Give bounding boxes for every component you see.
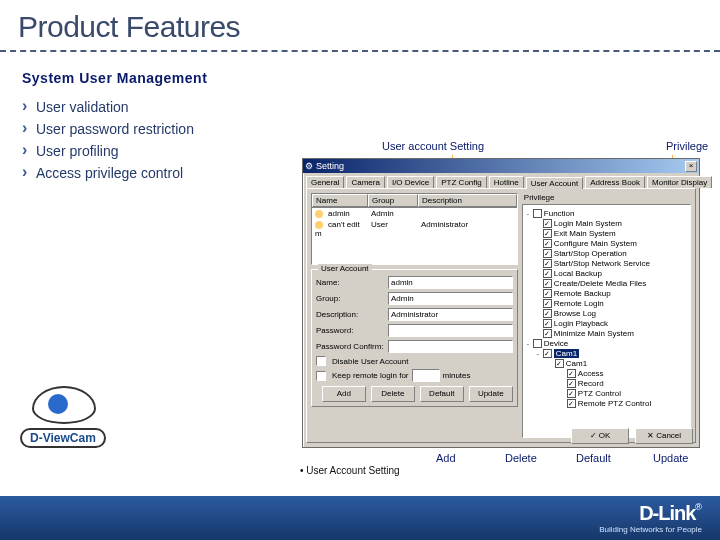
tree-node[interactable]: ✓PTZ Control xyxy=(525,388,688,398)
checkbox-icon[interactable]: ✓ xyxy=(543,309,552,318)
tab-strip: General Camera I/O Device PTZ Config Hot… xyxy=(303,173,699,188)
checkbox-icon[interactable]: ✓ xyxy=(543,269,552,278)
disable-user-checkbox[interactable] xyxy=(316,356,326,366)
checkbox-icon[interactable]: ✓ xyxy=(543,249,552,258)
tree-node[interactable]: ✓Configure Main System xyxy=(525,238,688,248)
checkbox-icon[interactable]: ✓ xyxy=(567,399,576,408)
tab-monitor-display[interactable]: Monitor Display xyxy=(647,176,712,188)
footer-bar: D-Link® Building Networks for People xyxy=(0,496,720,540)
tree-node[interactable]: ✓Start/Stop Operation xyxy=(525,248,688,258)
expand-icon[interactable]: - xyxy=(525,209,531,218)
checkbox-icon[interactable]: ✓ xyxy=(543,229,552,238)
callout-delete: Delete xyxy=(505,452,537,464)
tab-address-book[interactable]: Address Book xyxy=(585,176,645,188)
privilege-tree[interactable]: -Function✓Login Main System✓Exit Main Sy… xyxy=(522,204,691,438)
tree-node[interactable]: ✓Browse Log xyxy=(525,308,688,318)
tree-node[interactable]: ✓Create/Delete Media Files xyxy=(525,278,688,288)
group-legend: User Account xyxy=(318,264,372,273)
tree-node[interactable]: ✓Record xyxy=(525,378,688,388)
tree-node[interactable]: ✓Exit Main System xyxy=(525,228,688,238)
keep-login-checkbox[interactable] xyxy=(316,371,326,381)
registered-icon: ® xyxy=(695,502,702,512)
callout-add: Add xyxy=(436,452,456,464)
checkbox-icon[interactable]: ✓ xyxy=(543,299,552,308)
tab-ptz-config[interactable]: PTZ Config xyxy=(436,176,486,188)
checkbox-icon[interactable]: ✓ xyxy=(567,369,576,378)
checkbox-icon[interactable]: ✓ xyxy=(567,389,576,398)
checkbox-icon[interactable]: ✓ xyxy=(543,259,552,268)
expand-icon[interactable]: - xyxy=(535,349,541,358)
checkbox-icon[interactable]: ✓ xyxy=(543,329,552,338)
tab-hotline[interactable]: Hotline xyxy=(489,176,524,188)
column-header-group[interactable]: Group xyxy=(368,194,418,207)
update-button[interactable]: Update xyxy=(469,386,513,402)
keep-login-minutes-field[interactable] xyxy=(412,369,440,382)
tree-node-label: Cam1 xyxy=(554,349,579,358)
list-item: User password restriction xyxy=(22,118,720,140)
description-field[interactable]: Administrator xyxy=(388,308,513,321)
tree-node[interactable]: ✓Login Playback xyxy=(525,318,688,328)
tree-node[interactable]: -Function xyxy=(525,208,688,218)
tree-node[interactable]: ✓Minimize Main System xyxy=(525,328,688,338)
cell xyxy=(418,208,517,219)
column-header-name[interactable]: Name xyxy=(312,194,368,207)
cancel-button[interactable]: ✕ Cancel xyxy=(635,428,693,444)
tree-node[interactable]: ✓Remote Login xyxy=(525,298,688,308)
delete-button[interactable]: Delete xyxy=(371,386,415,402)
tab-io-device[interactable]: I/O Device xyxy=(387,176,434,188)
table-row[interactable]: admin Admin xyxy=(312,208,517,219)
tree-node[interactable]: ✓Remote Backup xyxy=(525,288,688,298)
tree-node[interactable]: ✓Cam1 xyxy=(525,358,688,368)
keep-login-label: Keep remote login for xyxy=(332,371,409,380)
close-icon[interactable]: × xyxy=(685,161,697,172)
checkbox-icon[interactable] xyxy=(533,209,542,218)
tab-general[interactable]: General xyxy=(306,176,344,188)
tree-node[interactable]: -✓Cam1 xyxy=(525,348,688,358)
tree-node[interactable]: ✓Remote PTZ Control xyxy=(525,398,688,408)
tree-node[interactable]: ✓Login Main System xyxy=(525,218,688,228)
check-icon: ✓ xyxy=(590,431,597,440)
table-row[interactable]: can't edit m User Administrator xyxy=(312,219,517,239)
tree-node-label: Start/Stop Network Service xyxy=(554,259,650,268)
checkbox-icon[interactable]: ✓ xyxy=(567,379,576,388)
tab-pane: Name Group Description admin Admin can't… xyxy=(306,188,696,443)
add-button[interactable]: Add xyxy=(322,386,366,402)
tree-node[interactable]: ✓Access xyxy=(525,368,688,378)
section-title: System User Management xyxy=(0,52,720,96)
name-field[interactable]: admin xyxy=(388,276,513,289)
tree-node-label: Remote Backup xyxy=(554,289,611,298)
dviewcam-label: D-ViewCam xyxy=(20,428,106,448)
checkbox-icon[interactable]: ✓ xyxy=(543,219,552,228)
password-confirm-field[interactable] xyxy=(388,340,513,353)
gear-icon: ⚙ xyxy=(305,161,313,171)
checkbox-icon[interactable]: ✓ xyxy=(543,349,552,358)
tree-node-label: Record xyxy=(578,379,604,388)
checkbox-icon[interactable] xyxy=(533,339,542,348)
expand-icon[interactable]: - xyxy=(525,339,531,348)
group-field[interactable]: Admin xyxy=(388,292,513,305)
callout-privilege: Privilege xyxy=(666,140,708,152)
default-button[interactable]: Default xyxy=(420,386,464,402)
privilege-label: Privilege xyxy=(522,193,691,204)
checkbox-icon[interactable]: ✓ xyxy=(543,239,552,248)
user-listview[interactable]: Name Group Description admin Admin can't… xyxy=(311,193,518,265)
callout-user-account-setting: User account Setting xyxy=(382,140,484,152)
column-header-description[interactable]: Description xyxy=(418,194,517,207)
tree-node[interactable]: -Device xyxy=(525,338,688,348)
dialog-titlebar[interactable]: ⚙ Setting × xyxy=(303,159,699,173)
checkbox-icon[interactable]: ✓ xyxy=(543,289,552,298)
dviewcam-logo: D-ViewCam xyxy=(20,386,140,448)
checkbox-icon[interactable]: ✓ xyxy=(543,279,552,288)
password-field[interactable] xyxy=(388,324,513,337)
ok-button[interactable]: ✓ OK xyxy=(571,428,629,444)
list-item: User validation xyxy=(22,96,720,118)
cell: Admin xyxy=(368,208,418,219)
slide-caption: • User Account Setting xyxy=(300,465,400,476)
checkbox-icon[interactable]: ✓ xyxy=(543,319,552,328)
tab-camera[interactable]: Camera xyxy=(346,176,384,188)
tab-user-account[interactable]: User Account xyxy=(526,177,584,189)
tree-node[interactable]: ✓Start/Stop Network Service xyxy=(525,258,688,268)
checkbox-icon[interactable]: ✓ xyxy=(555,359,564,368)
tree-node[interactable]: ✓Local Backup xyxy=(525,268,688,278)
tree-node-label: Remote Login xyxy=(554,299,604,308)
